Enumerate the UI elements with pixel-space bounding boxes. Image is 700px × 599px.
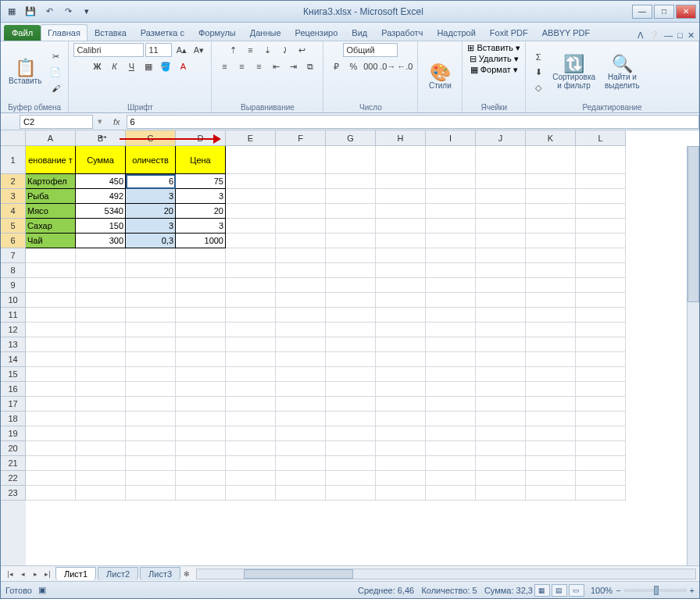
cell[interactable] (426, 426, 476, 441)
insert-cells-button[interactable]: ⊞ Вставить ▾ (467, 43, 520, 53)
cell[interactable] (176, 248, 226, 263)
cell[interactable] (476, 293, 526, 308)
cell[interactable] (126, 278, 176, 293)
clear-icon[interactable]: ◇ (530, 81, 546, 95)
cell-f3[interactable] (276, 189, 326, 204)
cell[interactable] (26, 456, 76, 471)
cell[interactable] (326, 248, 376, 263)
paste-button[interactable]: 📋 Вставить (5, 58, 45, 87)
cell-l2[interactable] (576, 174, 626, 189)
cell[interactable] (176, 263, 226, 278)
align-middle-icon[interactable]: ≡ (242, 43, 258, 57)
cell-h2[interactable] (376, 174, 426, 189)
cell[interactable] (226, 263, 276, 278)
cell[interactable] (26, 397, 76, 412)
cell-l6[interactable] (576, 234, 626, 248)
cell[interactable] (276, 263, 326, 278)
cell-h6[interactable] (376, 234, 426, 248)
italic-button[interactable]: К (106, 59, 122, 73)
cell[interactable] (326, 456, 376, 471)
cell[interactable] (426, 486, 476, 501)
cell[interactable] (426, 367, 476, 382)
cell[interactable] (526, 471, 576, 486)
cell[interactable] (426, 471, 476, 486)
cell[interactable] (226, 441, 276, 456)
cell[interactable] (376, 397, 426, 412)
cell[interactable] (26, 367, 76, 382)
cell-g3[interactable] (326, 189, 376, 204)
cell[interactable] (526, 426, 576, 441)
align-center-icon[interactable]: ≡ (234, 59, 249, 73)
cell[interactable] (276, 337, 326, 352)
close-button[interactable]: ✕ (676, 5, 696, 19)
row-header-14[interactable]: 14 (1, 352, 26, 367)
cell-c3[interactable]: 3 (126, 189, 176, 204)
cell[interactable] (426, 441, 476, 456)
cell[interactable] (276, 397, 326, 412)
cell[interactable] (226, 471, 276, 486)
cell[interactable] (476, 471, 526, 486)
cell-h4[interactable] (376, 204, 426, 219)
merge-icon[interactable]: ⧉ (302, 59, 318, 73)
cell-d1[interactable]: Цена (176, 146, 226, 174)
cell[interactable] (126, 352, 176, 367)
col-header-e[interactable]: E (226, 130, 276, 146)
minimize-button[interactable]: — (632, 5, 652, 19)
cell[interactable] (176, 293, 226, 308)
increase-indent-icon[interactable]: ⇥ (285, 59, 301, 73)
cell[interactable] (576, 263, 626, 278)
tab-review[interactable]: Рецензиро (288, 24, 345, 41)
fx-icon[interactable]: fx (107, 117, 127, 127)
cell[interactable] (176, 412, 226, 426)
cell[interactable] (376, 471, 426, 486)
sheet-nav-next-icon[interactable]: ▸ (29, 568, 41, 580)
cell[interactable] (326, 323, 376, 337)
cell-j2[interactable] (476, 174, 526, 189)
cell[interactable] (376, 293, 426, 308)
cell[interactable] (276, 293, 326, 308)
cell[interactable] (576, 397, 626, 412)
cell-f4[interactable] (276, 204, 326, 219)
tab-view[interactable]: Вид (345, 24, 374, 41)
align-bottom-icon[interactable]: ⇣ (259, 43, 275, 57)
cell[interactable] (126, 248, 176, 263)
cell-d5[interactable]: 3 (176, 219, 226, 234)
font-name-combo[interactable]: Calibri (73, 43, 144, 57)
cell[interactable] (76, 352, 126, 367)
cell[interactable] (526, 278, 576, 293)
cell[interactable] (526, 382, 576, 397)
cell[interactable] (226, 323, 276, 337)
row-header-20[interactable]: 20 (1, 441, 26, 456)
cell[interactable] (526, 337, 576, 352)
cell-l5[interactable] (576, 219, 626, 234)
cell[interactable] (126, 308, 176, 323)
tab-foxit[interactable]: Foxit PDF (483, 24, 535, 41)
cell[interactable] (476, 456, 526, 471)
row-header-23[interactable]: 23 (1, 486, 26, 501)
cell-l3[interactable] (576, 189, 626, 204)
sort-filter-button[interactable]: 🔃 Сортировка и фильтр (549, 54, 598, 91)
col-header-a[interactable]: A (26, 130, 76, 146)
cell[interactable] (226, 352, 276, 367)
cell[interactable] (276, 441, 326, 456)
minimize-ribbon-icon[interactable]: ᐱ (638, 30, 644, 41)
cell-a4[interactable]: Мясо (26, 204, 76, 219)
zoom-slider[interactable] (624, 589, 687, 592)
cell[interactable] (376, 486, 426, 501)
sheet-tab-2[interactable]: Лист2 (98, 567, 138, 580)
col-header-g[interactable]: G (326, 130, 376, 146)
cell[interactable] (226, 412, 276, 426)
cell[interactable] (476, 278, 526, 293)
cell[interactable] (576, 486, 626, 501)
cell[interactable] (126, 471, 176, 486)
cell-e2[interactable] (226, 174, 276, 189)
cell[interactable] (176, 441, 226, 456)
cell[interactable] (176, 426, 226, 441)
cell[interactable] (376, 441, 426, 456)
cells-area[interactable]: енование т Сумма оличеств Цена Картофел … (26, 146, 699, 565)
cell[interactable] (576, 308, 626, 323)
cell-j6[interactable] (476, 234, 526, 248)
cell[interactable] (276, 278, 326, 293)
col-header-l[interactable]: L (576, 130, 626, 146)
cell[interactable] (526, 367, 576, 382)
